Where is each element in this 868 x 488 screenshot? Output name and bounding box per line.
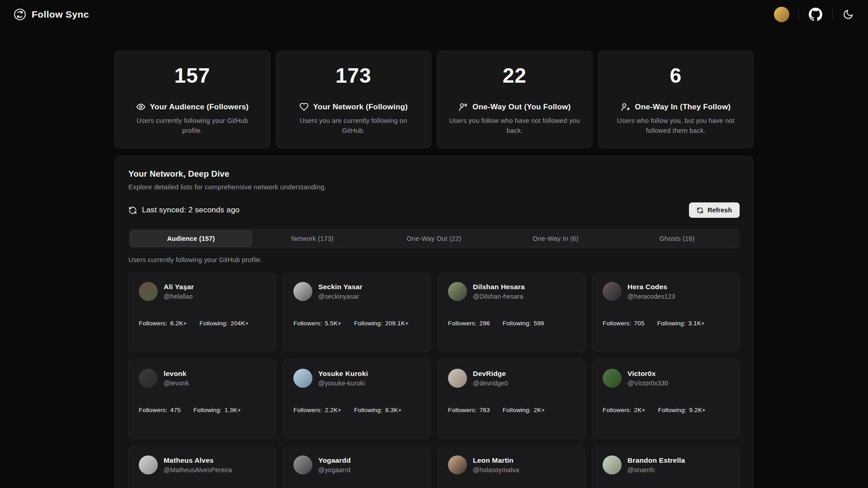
stat-card-following: 173 Your Network (Following) Users you a… xyxy=(276,51,432,148)
user-card[interactable]: Leon Martin @holasoymalva Followers: 2.5… xyxy=(438,446,585,488)
one-way-in-count: 6 xyxy=(670,63,682,88)
followers-value: 296 xyxy=(480,320,490,327)
followers-label: Followers: xyxy=(139,407,168,413)
user-card-grid: Ali Yaşar @helallao Followers: 6.2K+ Fol… xyxy=(128,272,740,488)
user-card[interactable]: Matheus Alves @MatheusAlvesPereira Follo… xyxy=(128,446,276,488)
user-avatar xyxy=(603,455,622,474)
following-value: 204K+ xyxy=(231,320,249,327)
last-synced-status: Last synced: 2 seconds ago xyxy=(128,206,240,215)
user-card[interactable]: Yogaardd @yogaarrd Followers: 363 Follow… xyxy=(283,446,430,488)
followers-label: Followers: xyxy=(293,407,322,413)
tab-network[interactable]: Network (173) xyxy=(252,230,373,247)
stat-card-one-way-out: 22 One-Way Out (You Follow) Users you fo… xyxy=(437,51,593,148)
eye-icon xyxy=(136,102,146,112)
tab-one-way-in[interactable]: One-Way In (6) xyxy=(495,230,616,247)
user-avatar xyxy=(139,455,158,474)
user-name: Seckin Yasar xyxy=(318,283,363,291)
followers-value: 2K+ xyxy=(634,407,646,413)
heart-icon xyxy=(299,102,309,112)
following-value: 2K+ xyxy=(533,407,545,413)
user-handle: @MatheusAlvesPereira xyxy=(164,466,232,474)
user-avatar xyxy=(448,455,467,474)
user-plus-icon xyxy=(621,102,630,112)
followers-value: 763 xyxy=(480,407,490,413)
following-value: 209.1K+ xyxy=(385,320,409,327)
top-navigation-bar: Follow Sync xyxy=(0,0,868,29)
user-avatar xyxy=(603,369,622,388)
profile-avatar-button[interactable] xyxy=(774,7,789,22)
summary-stats: 157 Your Audience (Followers) Users curr… xyxy=(114,51,754,148)
user-handle: @holasoymalva xyxy=(473,466,519,474)
user-card[interactable]: Ali Yaşar @helallao Followers: 6.2K+ Fol… xyxy=(128,272,276,352)
user-avatar xyxy=(293,455,312,474)
tab-one-way-out[interactable]: One-Way Out (22) xyxy=(373,230,495,247)
user-name: DevRidge xyxy=(473,370,508,378)
following-label: Following: xyxy=(354,407,382,413)
user-handle: @seckinyasar xyxy=(318,293,363,300)
following-label: Following: xyxy=(199,320,228,327)
user-avatar xyxy=(448,369,467,388)
tab-audience[interactable]: Audience (157) xyxy=(130,230,252,247)
user-card[interactable]: Brandon Estrella @onamfc Followers: 2.4K… xyxy=(592,446,740,488)
following-value: 3.1K+ xyxy=(688,320,705,327)
user-card[interactable]: Yosuke Kuroki @yosuke-kuroki Followers: … xyxy=(283,359,430,439)
theme-toggle-moon-icon[interactable] xyxy=(842,8,854,21)
user-handle: @yosuke-kuroki xyxy=(318,380,368,387)
followers-label: Followers: xyxy=(293,320,322,327)
followers-value: 475 xyxy=(170,407,181,413)
user-name: Hera Codes xyxy=(627,283,675,291)
user-handle: @levonk xyxy=(164,380,189,387)
header-actions xyxy=(774,7,854,22)
following-label: Following: xyxy=(657,320,686,327)
user-card[interactable]: Dilshan Hesara @Dilshan-hesara Followers… xyxy=(438,272,585,352)
user-card[interactable]: Victor0x @Victor0x330 Followers: 2K+ Fol… xyxy=(592,359,740,439)
deep-dive-panel: Your Network, Deep Dive Explore detailed… xyxy=(114,156,754,488)
refresh-button[interactable]: Refresh xyxy=(689,202,740,218)
user-handle: @heracodes123 xyxy=(627,293,675,300)
refresh-icon xyxy=(697,207,703,214)
user-x-icon xyxy=(458,102,468,112)
stat-card-one-way-in: 6 One-Way In (They Follow) Users who fol… xyxy=(598,51,754,148)
followers-label: Followers: xyxy=(448,407,477,413)
following-label: Following: xyxy=(354,320,382,327)
following-label: Following: xyxy=(658,407,687,413)
user-handle: @Victor0x330 xyxy=(627,380,668,387)
followers-value: 5.5K+ xyxy=(325,320,342,327)
followers-label: Followers: xyxy=(603,320,632,327)
user-card[interactable]: Hera Codes @heracodes123 Followers: 705 … xyxy=(592,272,740,352)
user-avatar xyxy=(139,369,158,388)
following-value: 599 xyxy=(533,320,544,327)
user-avatar xyxy=(139,282,158,301)
user-avatar xyxy=(293,282,312,301)
stat-label-text: Your Network (Following) xyxy=(313,103,408,112)
panel-title: Your Network, Deep Dive xyxy=(128,169,740,179)
following-count: 173 xyxy=(335,63,372,88)
header-divider xyxy=(798,9,799,20)
github-link-button[interactable] xyxy=(808,7,823,22)
user-handle: @devridge0 xyxy=(473,380,508,387)
user-card[interactable]: levonk @levonk Followers: 475 Following:… xyxy=(128,359,276,439)
user-name: Leon Martin xyxy=(473,456,519,465)
followers-label: Followers: xyxy=(603,407,632,413)
user-name: Dilshan Hesara xyxy=(473,283,525,291)
user-name: levonk xyxy=(164,370,189,378)
panel-subtitle: Explore detailed lists for comprehensive… xyxy=(128,183,740,191)
user-handle: @onamfc xyxy=(627,466,685,474)
followers-value: 705 xyxy=(634,320,645,327)
user-card[interactable]: DevRidge @devridge0 Followers: 763 Follo… xyxy=(438,359,585,439)
user-name: Victor0x xyxy=(627,370,668,378)
sync-icon xyxy=(128,206,137,215)
followers-value: 2.2K+ xyxy=(325,407,342,413)
following-label: Following: xyxy=(503,320,531,327)
user-name: Yogaardd xyxy=(318,456,351,465)
followers-value: 6.2K+ xyxy=(170,320,187,327)
user-name: Brandon Estrella xyxy=(627,456,685,465)
user-card[interactable]: Seckin Yasar @seckinyasar Followers: 5.5… xyxy=(283,272,430,352)
following-label: Following: xyxy=(503,407,531,413)
user-avatar xyxy=(448,282,467,301)
following-value: 1.3K+ xyxy=(224,407,241,413)
brand: Follow Sync xyxy=(14,8,89,21)
user-avatar xyxy=(603,282,622,301)
user-name: Ali Yaşar xyxy=(164,283,194,291)
tab-ghosts[interactable]: Ghosts (16) xyxy=(616,230,738,247)
